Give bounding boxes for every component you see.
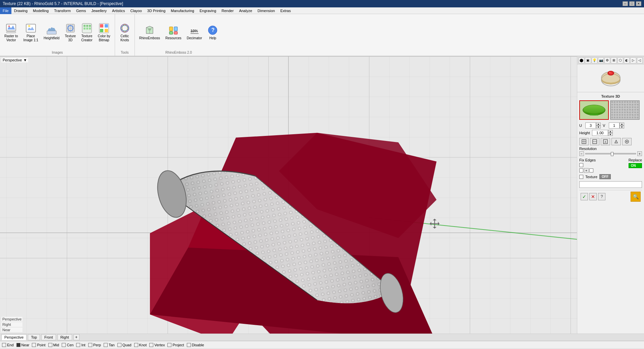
texture-3d-button[interactable]: Texture3D xyxy=(62,21,78,44)
resources-button[interactable]: Resources xyxy=(163,23,184,42)
tan-checkbox[interactable] xyxy=(104,343,108,347)
svg-rect-18 xyxy=(169,32,173,34)
fix-edges-checkbox[interactable] xyxy=(579,163,583,167)
raster-to-vector-button[interactable]: Raster toVector xyxy=(2,21,20,44)
panel-forward-icon[interactable]: ▷ xyxy=(630,57,636,63)
celtic-knots-button[interactable]: CelticKnots xyxy=(117,21,132,44)
tab-perspective[interactable]: Perspective xyxy=(1,334,26,340)
confirm-button[interactable]: ✓ xyxy=(581,193,588,200)
panel-light-icon[interactable]: 💡 xyxy=(592,57,597,63)
menu-item-engraving[interactable]: Engraving xyxy=(197,7,219,14)
viewport[interactable]: Perspective ▼ Perspective Right Near xyxy=(0,56,577,334)
slider-thumb[interactable] xyxy=(611,152,613,156)
panel-back-icon[interactable]: ◁ xyxy=(637,57,643,63)
viewport-arrow[interactable]: ▼ xyxy=(23,58,27,62)
v-spin-up[interactable]: ▲ xyxy=(620,122,624,126)
mid-checkbox[interactable] xyxy=(48,343,52,347)
place-image-button[interactable]: PlaceImage 1:1 xyxy=(21,21,41,44)
texture-text-input[interactable] xyxy=(579,181,642,188)
replace-toggle[interactable]: ON xyxy=(629,163,642,168)
project-checkbox[interactable] xyxy=(167,343,171,347)
title-text: Texture (22 KB) - RhinoGold 5.7 - INTERN… xyxy=(3,1,123,6)
tab-right[interactable]: Right xyxy=(57,334,72,340)
texture-preview-pattern[interactable] xyxy=(610,100,640,120)
tab-front[interactable]: Front xyxy=(41,334,56,340)
help-dialog-button[interactable]: ? xyxy=(598,193,605,200)
search-button[interactable]: 🔍 xyxy=(631,192,641,202)
tab-add-button[interactable]: + xyxy=(73,334,79,340)
cen-checkbox[interactable] xyxy=(62,343,66,347)
menu-item-gems[interactable]: Gems xyxy=(73,7,89,14)
fix-edges-checkbox2[interactable] xyxy=(579,168,583,172)
heightfield-button[interactable]: Heightfield xyxy=(41,23,62,42)
quad-checkbox[interactable] xyxy=(117,343,121,347)
panel-camera-icon[interactable]: 📷 xyxy=(598,57,604,63)
end-checkbox[interactable] xyxy=(2,343,6,347)
svg-rect-5 xyxy=(47,31,56,34)
tab-top[interactable]: Top xyxy=(28,334,40,340)
move-cursor xyxy=(430,219,439,228)
panel-shaded-icon[interactable]: ◐ xyxy=(624,57,630,63)
texture-checkbox[interactable] xyxy=(579,175,583,179)
panel-settings-icon[interactable]: ⚙ xyxy=(604,57,610,63)
cancel-button[interactable]: ✕ xyxy=(589,193,597,200)
svg-point-59 xyxy=(584,105,605,113)
panel-wireframe-icon[interactable]: ⬡ xyxy=(618,57,623,63)
u-spin-up[interactable]: ▲ xyxy=(596,122,601,126)
texture-creator-button[interactable]: TextureCreator xyxy=(79,21,95,44)
height-spin-down[interactable]: ▼ xyxy=(608,133,613,136)
perp-checkbox[interactable] xyxy=(88,343,92,347)
panel-box-icon[interactable]: ▣ xyxy=(585,57,591,63)
menu-item-transform[interactable]: Transform xyxy=(51,7,73,14)
end-label: End xyxy=(7,343,14,347)
near-checkbox[interactable] xyxy=(16,343,20,347)
menu-item-artistics[interactable]: Artistics xyxy=(109,7,128,14)
u-spin-down[interactable]: ▼ xyxy=(596,126,601,129)
slider-track[interactable] xyxy=(585,153,636,154)
menu-item-dimension[interactable]: Dimension xyxy=(255,7,278,14)
minimize-button[interactable]: ─ xyxy=(623,1,628,6)
height-spin-up[interactable]: ▲ xyxy=(608,130,613,133)
panel-grid-icon[interactable]: ⊞ xyxy=(611,57,616,63)
help-button[interactable]: ? Help xyxy=(205,23,220,42)
fix-edges-plus[interactable]: + xyxy=(584,168,589,173)
menu-item-drawing[interactable]: Drawing xyxy=(11,7,30,14)
action-btn-5[interactable] xyxy=(622,138,632,145)
disable-checkbox[interactable] xyxy=(187,343,191,347)
resolution-increase[interactable]: + xyxy=(637,151,642,156)
vertex-checkbox[interactable] xyxy=(149,343,153,347)
action-btn-1[interactable] xyxy=(579,138,589,145)
menu-item-modelling[interactable]: Modelling xyxy=(30,7,51,14)
fix-edges-checkbox3[interactable] xyxy=(589,168,593,172)
menu-item-extras[interactable]: Extras xyxy=(278,7,293,14)
viewport-name: Perspective xyxy=(3,58,22,62)
action-btn-2[interactable] xyxy=(590,138,599,145)
maximize-button[interactable]: □ xyxy=(629,1,635,6)
point-checkbox[interactable] xyxy=(32,343,36,347)
u-input[interactable] xyxy=(585,122,596,129)
int-checkbox[interactable] xyxy=(76,343,80,347)
action-btn-4[interactable] xyxy=(611,138,621,145)
action-btn-3[interactable] xyxy=(601,138,610,145)
panel-sphere-icon[interactable]: ⬤ xyxy=(579,57,584,63)
menu-item-3d printing[interactable]: 3D Printing xyxy=(145,7,168,14)
knot-checkbox[interactable] xyxy=(134,343,138,347)
menu-item-clayoo[interactable]: Clayoo xyxy=(128,7,145,14)
decimator-button[interactable]: 10% Decimator xyxy=(184,23,205,42)
menu-item-file[interactable]: File xyxy=(0,7,11,14)
close-button[interactable]: ✕ xyxy=(636,1,641,6)
menu-item-analyze[interactable]: Analyze xyxy=(236,7,255,14)
texture-toggle[interactable]: OFF xyxy=(599,174,611,179)
svg-point-1 xyxy=(8,26,10,27)
v-input[interactable] xyxy=(609,122,620,129)
fix-edges-section: Fix Edges + xyxy=(579,158,596,173)
texture-preview-green[interactable] xyxy=(579,100,609,120)
rhinoemboss-button[interactable]: RhinoEmboss xyxy=(137,23,162,42)
v-spin-down[interactable]: ▼ xyxy=(620,126,624,129)
resolution-decrease[interactable]: − xyxy=(579,151,584,156)
height-input[interactable] xyxy=(592,130,608,136)
menu-item-render[interactable]: Render xyxy=(219,7,236,14)
menu-item-manufacturing[interactable]: Manufacturing xyxy=(168,7,197,14)
menu-item-jewellery[interactable]: Jewellery xyxy=(89,7,109,14)
color-by-bitmap-button[interactable]: Color byBitmap xyxy=(95,21,112,44)
